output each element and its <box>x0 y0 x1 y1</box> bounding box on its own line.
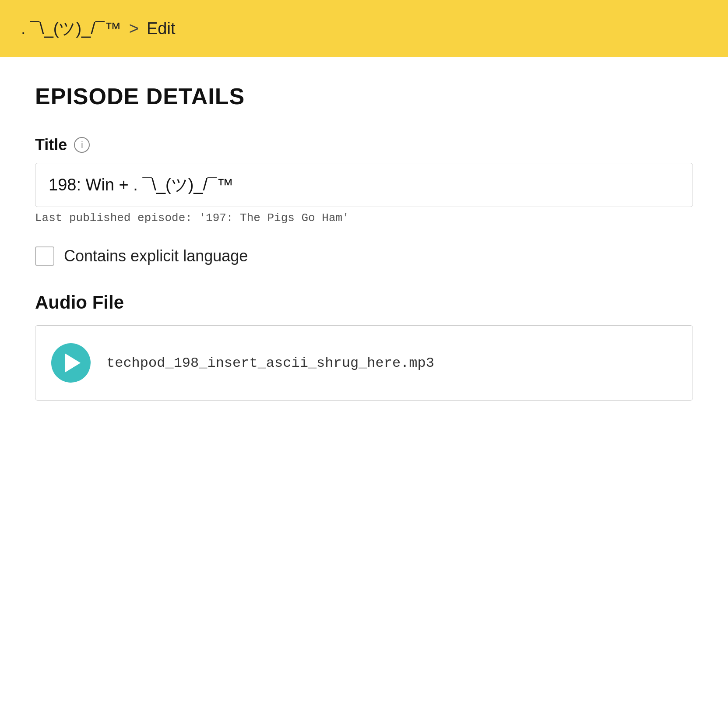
breadcrumb-separator-icon: > <box>129 19 139 38</box>
title-info-icon[interactable]: i <box>74 137 90 153</box>
title-input[interactable] <box>35 163 693 207</box>
title-field-group: Title i Last published episode: '197: Th… <box>35 136 693 225</box>
audio-file-box: techpod_198_insert_ascii_shrug_here.mp3 <box>35 325 693 401</box>
play-icon <box>65 353 81 373</box>
title-label: Title <box>35 136 67 154</box>
section-title: EPISODE DETAILS <box>35 83 693 109</box>
title-label-row: Title i <box>35 136 693 154</box>
title-hint: Last published episode: '197: The Pigs G… <box>35 211 693 225</box>
breadcrumb-parent[interactable]: . ¯\_(ツ)_/¯™ <box>21 18 121 40</box>
audio-file-section: Audio File techpod_198_insert_ascii_shru… <box>35 292 693 401</box>
explicit-checkbox-label: Contains explicit language <box>64 247 248 265</box>
header-bar: . ¯\_(ツ)_/¯™ > Edit <box>0 0 728 57</box>
audio-play-button[interactable] <box>51 343 91 383</box>
audio-filename: techpod_198_insert_ascii_shrug_here.mp3 <box>106 355 434 371</box>
audio-file-title: Audio File <box>35 292 693 313</box>
explicit-checkbox-row: Contains explicit language <box>35 246 693 266</box>
explicit-checkbox[interactable] <box>35 246 54 266</box>
breadcrumb: . ¯\_(ツ)_/¯™ > Edit <box>21 18 175 40</box>
main-content: EPISODE DETAILS Title i Last published e… <box>0 57 728 427</box>
breadcrumb-current: Edit <box>147 19 175 38</box>
